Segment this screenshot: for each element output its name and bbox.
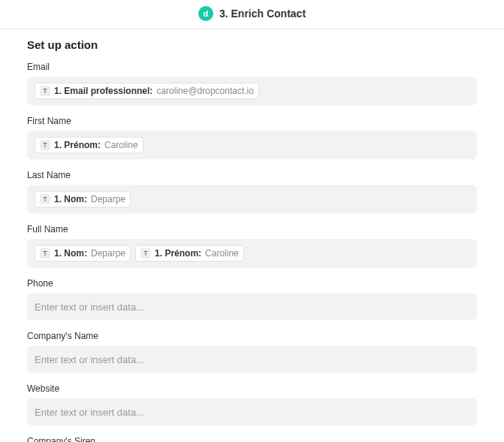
step-title: 3. Enrich Contact (219, 8, 306, 20)
placeholder-text: Enter text or insert data... (35, 354, 144, 365)
data-source-icon: T (40, 248, 50, 259)
field-email: Email T 1. Email professionnel: caroline… (27, 62, 477, 105)
input-email[interactable]: T 1. Email professionnel: caroline@dropc… (27, 77, 477, 105)
field-full-name: Full Name T 1. Nom: Deparpe T 1. Prénom:… (27, 224, 477, 268)
field-last-name: Last Name T 1. Nom: Deparpe (27, 170, 477, 213)
pill-full-name-1[interactable]: T 1. Nom: Deparpe (35, 245, 131, 262)
data-source-icon: T (140, 248, 151, 259)
field-label-company-siren: Company's Siren (27, 436, 477, 442)
field-label-first-name: First Name (27, 116, 477, 126)
data-source-icon: T (40, 194, 50, 204)
placeholder-text: Enter text or insert data... (35, 301, 144, 313)
data-source-icon: T (40, 140, 50, 150)
data-source-icon: T (40, 86, 50, 96)
pill-first-name-1[interactable]: T 1. Prénom: Caroline (35, 137, 143, 153)
pill-full-name-2[interactable]: T 1. Prénom: Caroline (135, 245, 244, 262)
input-last-name[interactable]: T 1. Nom: Deparpe (27, 185, 477, 213)
field-label-phone: Phone (27, 278, 477, 289)
pill-last-name-1[interactable]: T 1. Nom: Deparpe (35, 191, 131, 207)
pill-value: Caroline (104, 140, 138, 150)
field-label-email: Email (27, 62, 477, 72)
input-company-name[interactable]: Enter text or insert data... (27, 346, 477, 373)
dropcontact-icon: d (198, 6, 213, 21)
field-phone: Phone Enter text or insert data... (27, 278, 477, 320)
field-label-company-name: Company's Name (27, 331, 477, 341)
field-label-full-name: Full Name (27, 224, 477, 235)
pill-value: Deparpe (91, 194, 125, 204)
input-first-name[interactable]: T 1. Prénom: Caroline (27, 131, 477, 159)
action-setup-panel: Set up action Email T 1. Email professio… (0, 29, 504, 442)
step-header: d 3. Enrich Contact (0, 0, 504, 29)
pill-label: 1. Prénom: (155, 248, 201, 259)
field-website: Website Enter text or insert data... (27, 383, 477, 425)
field-label-website: Website (27, 383, 477, 394)
pill-value: Deparpe (91, 248, 125, 259)
field-company-siren: Company's Siren Enter text or insert dat… (27, 436, 477, 442)
pill-label: 1. Prénom: (54, 140, 101, 150)
pill-label: 1. Nom: (54, 248, 87, 259)
placeholder-text: Enter text or insert data... (35, 407, 144, 418)
pill-value: Caroline (205, 248, 239, 259)
input-phone[interactable]: Enter text or insert data... (27, 293, 477, 320)
input-website[interactable]: Enter text or insert data... (27, 398, 477, 425)
section-title: Set up action (27, 38, 477, 51)
field-first-name: First Name T 1. Prénom: Caroline (27, 116, 477, 159)
pill-value: caroline@dropcontact.io (156, 86, 254, 96)
pill-label: 1. Nom: (54, 194, 87, 204)
pill-email-1[interactable]: T 1. Email professionnel: caroline@dropc… (35, 83, 259, 99)
input-full-name[interactable]: T 1. Nom: Deparpe T 1. Prénom: Caroline (27, 239, 477, 268)
field-company-name: Company's Name Enter text or insert data… (27, 331, 477, 373)
field-label-last-name: Last Name (27, 170, 477, 180)
pill-label: 1. Email professionnel: (54, 86, 152, 96)
